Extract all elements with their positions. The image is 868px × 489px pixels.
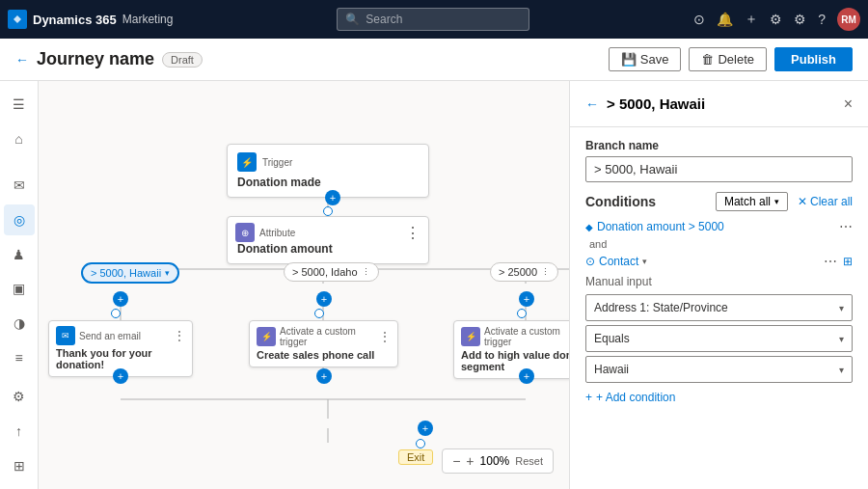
dot-before-exit [416,439,425,448]
back-button[interactable]: ← [15,52,29,68]
zoom-in-button[interactable]: + [466,453,474,469]
sidebar-item-analytics[interactable]: ◑ [4,308,35,339]
match-all-label: Match all [724,195,771,208]
condition-link[interactable]: Donation amount > 5000 [597,220,724,233]
sidebar-item-segments[interactable]: ♟ [4,239,35,270]
plus-branch-1[interactable]: + [113,291,128,307]
exit-badge: Exit [398,449,433,465]
trigger-header: ⚡ Trigger [228,145,428,176]
action-node-2[interactable]: ⚡ Activate a custom trigger ⋮ Create sal… [249,320,398,367]
sidebar-item-menu[interactable]: ☰ [4,89,35,120]
trigger-type: Trigger [262,157,292,168]
status-badge: Draft [162,52,203,68]
clear-all-button[interactable]: ✕ Clear all [798,195,853,208]
action-1-icon: ✉ [56,326,75,345]
condition-more-icon[interactable]: ⋯ [839,219,853,234]
field1-dropdown[interactable]: Address 1: State/Province ▾ [585,294,853,321]
action-3-name: Add to high value donor segment [454,347,569,378]
dot-branch-2 [314,309,324,318]
sidebar-item-apps[interactable]: ⊞ [4,450,35,481]
action-2-type: Activate a custom trigger [280,326,379,347]
attribute-node[interactable]: ⊕ Attribute ⋮ Donation amount [227,216,429,264]
branch-1-label: > 5000, Hawaii [91,267,161,279]
plus-after-action-2[interactable]: + [316,368,332,384]
exit-node: Exit [398,449,433,465]
sidebar-item-content[interactable]: ≡ [4,342,35,373]
panel-close-button[interactable]: × [844,95,853,113]
field2-arrow: ▾ [839,334,844,344]
clear-all-x: ✕ [798,195,807,208]
branch-1-chevron: ▾ [165,268,170,278]
top-nav: Dynamics 365 Marketing 🔍 Search ⊙ 🔔 ＋ ⚙ … [0,0,868,39]
field3-dropdown[interactable]: Hawaii ▾ [585,356,853,383]
branch-3-menu: ⋮ [541,267,550,277]
gear-icon[interactable]: ⚙ [794,12,806,27]
branch-3[interactable]: > 25000 ⋮ [490,262,558,282]
filter-icon[interactable]: ⚙ [770,12,782,27]
branch-2-menu: ⋮ [362,267,370,277]
trigger-node[interactable]: ⚡ Trigger Donation made [227,144,429,198]
zoom-out-button[interactable]: − [452,453,460,469]
branch-3-label: > 25000 [499,266,537,278]
sidebar-item-email[interactable]: ✉ [4,170,35,201]
attribute-menu-icon[interactable]: ⋮ [405,224,420,242]
plus-after-action-1[interactable]: + [113,368,128,384]
branch-2-label: > 5000, Idaho [292,266,358,278]
action-node-3[interactable]: ⚡ Activate a custom trigger ⋮ Add to hig… [453,320,569,379]
field2-label: Equals [594,332,630,345]
zoom-reset-button[interactable]: Reset [515,455,543,467]
search-box[interactable]: 🔍 Search [337,8,529,31]
app-name: Marketing [122,13,174,26]
contact-more-icon[interactable]: ⋯ [824,254,837,269]
sidebar-item-settings[interactable]: ⚙ [4,381,35,412]
plus-after-trigger[interactable]: + [325,190,340,205]
branch-1[interactable]: > 5000, Hawaii ▾ [81,262,179,284]
brand-name: Dynamics 365 [33,13,117,27]
panel-back-button[interactable]: ← [585,96,599,112]
settings-icon[interactable]: ⊙ [693,12,705,27]
branch-name-input[interactable] [585,156,853,182]
contact-row: ⊙ Contact ▾ ⋯ ⊞ [585,254,853,269]
bell-icon[interactable]: 🔔 [717,12,733,27]
sidebar-item-home[interactable]: ⌂ [4,123,35,154]
panel-header: ← > 5000, Hawaii × [570,81,868,127]
canvas: ⚡ Trigger Donation made + ⊕ Attribute ⋮ … [39,81,569,489]
zoom-controls: − + 100% Reset [442,448,554,474]
delete-button[interactable]: 🗑 Delete [689,47,767,71]
plus-before-exit[interactable]: + [418,421,433,436]
field3-arrow: ▾ [839,365,844,375]
and-label: and [585,238,853,250]
zoom-level: 100% [480,454,510,468]
sidebar-item-forms[interactable]: ▣ [4,274,35,305]
plus-icon[interactable]: ＋ [745,11,758,28]
action-1-menu[interactable]: ⋮ [174,329,185,342]
contact-expand-icon[interactable]: ⊞ [843,255,853,268]
main-area: ☰ ⌂ ✉ ◎ ♟ ▣ ◑ ≡ ⚙ ↑ ⊞ [0,81,868,489]
contact-label[interactable]: ⊙ Contact ▾ [585,255,647,268]
brand: Dynamics 365 Marketing [8,10,173,29]
match-all-dropdown[interactable]: Match all ▾ [716,192,788,211]
plus-branch-3[interactable]: + [519,291,534,307]
field3-label: Hawaii [594,363,629,376]
plus-after-action-3[interactable]: + [519,368,534,384]
dot-branch-1 [111,309,121,318]
publish-button[interactable]: Publish [774,47,853,71]
help-icon[interactable]: ? [818,12,826,27]
brand-icon [8,10,27,29]
sidebar-item-journey[interactable]: ◎ [4,204,35,235]
field1-arrow: ▾ [839,303,844,313]
page-title: Journey name [37,49,154,69]
add-condition-button[interactable]: + + Add condition [585,391,853,404]
dot-branch-3 [517,309,527,318]
save-button[interactable]: 💾 Save [609,47,682,71]
sidebar-item-upload[interactable]: ↑ [4,416,35,447]
branch-2[interactable]: > 5000, Idaho ⋮ [284,262,379,282]
action-2-menu[interactable]: ⋮ [379,330,391,343]
contact-icon: ⊙ [585,255,595,268]
plus-branch-2[interactable]: + [316,291,332,307]
field2-dropdown[interactable]: Equals ▾ [585,325,853,352]
conditions-header: Conditions Match all ▾ ✕ Clear all [585,192,853,211]
action-3-icon: ⚡ [461,327,480,346]
manual-input-label: Manual input [585,275,652,288]
panel-title: > 5000, Hawaii [607,95,836,112]
